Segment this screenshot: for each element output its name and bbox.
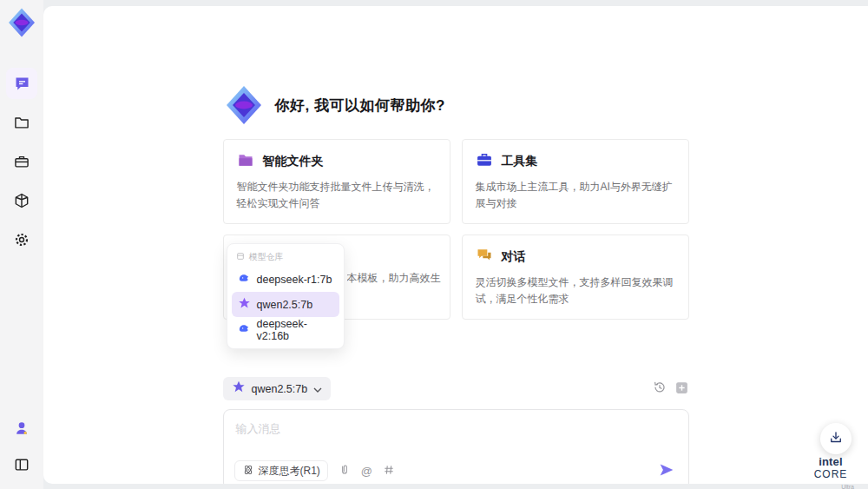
new-chat-icon — [674, 380, 689, 398]
sidebar-item-folders[interactable] — [6, 107, 37, 138]
deep-think-icon — [242, 464, 254, 479]
model-dropdown: 模型仓库 deepseek-r1:7b qwen2.5:7b — [227, 243, 345, 349]
send-button[interactable] — [657, 462, 676, 480]
deepseek-icon — [238, 322, 251, 338]
card-desc: 灵活切换多模型文件，支持多样回复效果调试，满足个性化需求 — [476, 274, 675, 307]
hash-grid-icon — [383, 464, 395, 479]
model-option-deepseek-r1[interactable]: deepseek-r1:7b — [232, 267, 339, 292]
sidebar — [0, 0, 43, 489]
repo-icon — [236, 252, 245, 262]
toolbox-icon — [13, 153, 30, 170]
folder-icon — [13, 114, 30, 131]
sidebar-item-toolset[interactable] — [6, 146, 37, 177]
card-title: 工具集 — [502, 154, 538, 169]
intel-logo-text: intel — [819, 455, 843, 468]
send-icon — [659, 462, 674, 480]
model-selector-value: qwen2.5:7b — [252, 383, 308, 395]
panel-icon — [13, 456, 30, 473]
greeting-title: 你好, 我可以如何帮助你? — [275, 96, 445, 116]
message-input[interactable] — [224, 410, 688, 448]
deepseek-icon — [238, 272, 251, 287]
download-button[interactable] — [820, 423, 852, 454]
deep-think-label: 深度思考(R1) — [259, 464, 320, 479]
sidebar-item-chat[interactable] — [6, 68, 37, 99]
history-icon — [653, 380, 667, 397]
sidebar-item-collapse-panel[interactable] — [6, 449, 37, 480]
composer: 深度思考(R1) @ — [223, 409, 689, 484]
cube-icon — [13, 192, 30, 209]
dialogue-icon — [476, 247, 493, 268]
deep-think-toggle[interactable]: 深度思考(R1) — [234, 460, 328, 481]
new-chat-button[interactable] — [674, 380, 689, 398]
chevron-down-icon — [313, 383, 322, 395]
qwen-icon — [232, 380, 246, 397]
paperclip-icon — [339, 464, 351, 479]
sidebar-item-models[interactable] — [6, 185, 37, 216]
download-icon — [828, 430, 844, 448]
hero-logo-icon — [223, 84, 265, 126]
card-desc-visible-fragment: 本模板，助力高效生成多 — [347, 270, 441, 287]
card-dialogue[interactable]: 对话 灵活切换多模型文件，支持多样回复效果调试，满足个性化需求 — [462, 235, 689, 320]
sidebar-item-settings[interactable] — [6, 224, 37, 255]
toolset-icon — [476, 151, 493, 172]
card-title: 对话 — [502, 249, 526, 265]
at-icon: @ — [361, 466, 372, 477]
card-desc: 智能文件夹功能支持批量文件上传与清洗，轻松实现文件问答 — [237, 179, 437, 212]
intel-core-badge: intel CORE Ultra — [800, 455, 861, 489]
card-toolset[interactable]: 工具集 集成市场上主流工具，助力AI与外界无缝扩展与对接 — [462, 139, 689, 224]
gear-icon — [13, 231, 30, 248]
mention-button[interactable]: @ — [361, 466, 372, 477]
card-smart-folder[interactable]: 智能文件夹 智能文件夹功能支持批量文件上传与清洗，轻松实现文件问答 — [223, 139, 450, 224]
app-logo-icon — [6, 7, 37, 38]
attach-file-button[interactable] — [339, 464, 351, 479]
main-panel: 你好, 我可以如何帮助你? 智能文件夹 智能文件夹功能支持批量文件上传与清洗，轻… — [43, 6, 868, 484]
smart-folder-icon — [237, 151, 254, 172]
card-desc: 集成市场上主流工具，助力AI与外界无缝扩展与对接 — [476, 179, 675, 212]
model-option-qwen[interactable]: qwen2.5:7b — [232, 292, 339, 317]
chat-icon — [13, 75, 31, 93]
qwen-icon — [238, 297, 251, 313]
model-option-deepseek-v2[interactable]: deepseek-v2:16b — [232, 317, 339, 342]
history-button[interactable] — [653, 380, 667, 397]
greeting: 你好, 我可以如何帮助你? — [223, 6, 689, 126]
model-dropdown-header: 模型仓库 — [232, 248, 339, 267]
card-title: 智能文件夹 — [263, 154, 324, 169]
prompt-tags-button[interactable] — [383, 464, 395, 479]
user-icon — [13, 420, 30, 437]
sidebar-item-account[interactable] — [6, 413, 37, 444]
model-selector[interactable]: qwen2.5:7b — [223, 377, 332, 400]
